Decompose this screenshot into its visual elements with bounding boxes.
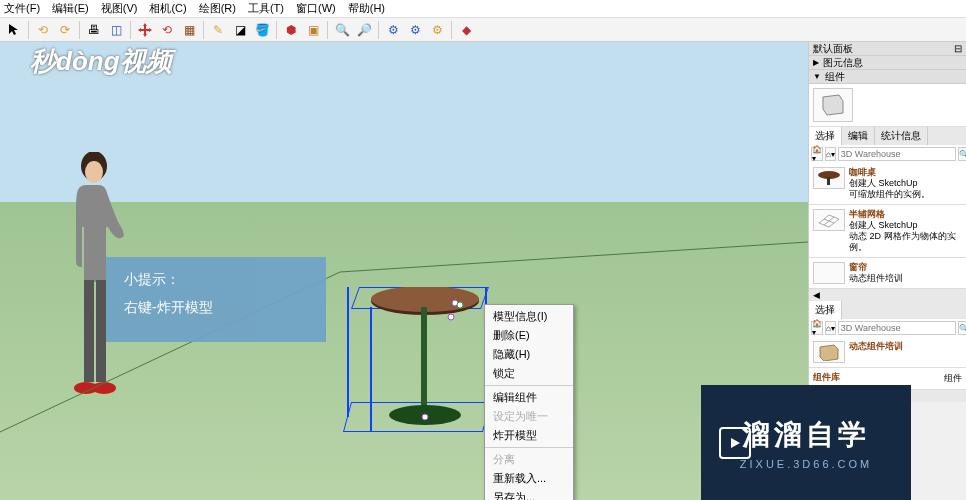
promo-url: ZIXUE.3D66.COM (740, 458, 872, 470)
menu-file[interactable]: 文件(F) (4, 1, 40, 16)
comp-name: 半辅网格 (849, 209, 962, 220)
nav-icon[interactable]: ⌂▾ (825, 147, 836, 161)
separator (378, 21, 379, 39)
ctx-hide[interactable]: 隐藏(H) (485, 345, 573, 364)
svg-point-14 (448, 314, 454, 320)
ctx-saveas[interactable]: 另存为... (485, 488, 573, 500)
separator (451, 21, 452, 39)
menu-camera[interactable]: 相机(C) (149, 1, 186, 16)
gear-icon[interactable]: ⚙ (383, 20, 403, 40)
watermark-logo: 秒dòng视频 (30, 44, 172, 79)
collapse-icon: ▼ (813, 72, 821, 81)
hint-title: 小提示： (124, 271, 308, 289)
3d-viewport[interactable]: 秒dòng视频 (0, 42, 808, 500)
thumb-curtain (813, 262, 845, 284)
component-item-3[interactable]: 窗帘 动态组件培训 (809, 258, 966, 289)
selected-table-model[interactable] (355, 287, 495, 427)
tab-edit[interactable]: 编辑 (842, 127, 875, 145)
paint-bucket-icon[interactable]: 🪣 (252, 20, 272, 40)
comp-name: 咖啡桌 (849, 167, 930, 178)
toolbar: ⟲ ⟳ 🖶 ◫ ⟲ ▦ ✎ ◪ 🪣 ⬢ ▣ 🔍 🔎 ⚙ ⚙ ⚙ ◆ (0, 18, 966, 42)
home-icon[interactable]: 🏠▾ (811, 147, 823, 161)
svg-line-7 (340, 242, 808, 272)
comp-author: 创建人 SketchUp (849, 178, 930, 189)
comp-desc: 可缩放组件的实例。 (849, 189, 930, 200)
ctx-reload[interactable]: 重新载入... (485, 469, 573, 488)
entity-info-header[interactable]: ▶图元信息 (809, 56, 966, 70)
promo-title: 溜溜自学 (742, 416, 870, 454)
search-input[interactable] (838, 147, 956, 161)
promo-overlay: 溜溜自学 ZIXUE.3D66.COM (701, 385, 911, 500)
comp-author: 创建人 SketchUp (849, 220, 962, 231)
eraser-tool-icon[interactable]: ◪ (230, 20, 250, 40)
settings-icon[interactable]: ⚙ (427, 20, 447, 40)
menu-window[interactable]: 窗口(W) (296, 1, 336, 16)
selection-tabs: 选择 (809, 301, 966, 319)
ctx-explode[interactable]: 炸开模型 (485, 426, 573, 445)
pencil-tool-icon[interactable]: ✎ (208, 20, 228, 40)
gear2-icon[interactable]: ⚙ (405, 20, 425, 40)
hint-overlay: 小提示： 右键-炸开模型 (106, 257, 326, 342)
comp-label: 组件 (944, 372, 962, 385)
ctx-model-info[interactable]: 模型信息(I) (485, 307, 573, 326)
separator (28, 21, 29, 39)
comp-name: 窗帘 (849, 262, 903, 273)
svg-rect-10 (421, 307, 427, 407)
menu-tools[interactable]: 工具(T) (248, 1, 284, 16)
component-item-4[interactable]: 动态组件培训 (809, 337, 966, 368)
tab-stats[interactable]: 统计信息 (875, 127, 928, 145)
menu-view[interactable]: 视图(V) (101, 1, 138, 16)
separator (276, 21, 277, 39)
viewport-area: 秒dòng视频 (0, 42, 808, 500)
ctx-edit-component[interactable]: 编辑组件 (485, 388, 573, 407)
nav-icon[interactable]: ⌂▾ (825, 321, 836, 335)
expand-icon: ▶ (813, 58, 819, 67)
tab-select-2[interactable]: 选择 (809, 301, 842, 319)
thumb-coffee-table (813, 167, 845, 189)
component-search-row: 🏠▾ ⌂▾ 🔍 (809, 145, 966, 163)
svg-point-15 (422, 414, 428, 420)
menu-edit[interactable]: 编辑(E) (52, 1, 89, 16)
print-icon[interactable]: 🖶 (84, 20, 104, 40)
search-icon[interactable]: 🔍 (958, 321, 966, 335)
component-item-2[interactable]: 半辅网格 创建人 SketchUp 动态 2D 网格作为物体的实例。 (809, 205, 966, 258)
redo-icon[interactable]: ⟳ (55, 20, 75, 40)
menu-draw[interactable]: 绘图(R) (199, 1, 236, 16)
menu-help[interactable]: 帮助(H) (348, 1, 385, 16)
components-header[interactable]: ▼组件 (809, 70, 966, 84)
separator (203, 21, 204, 39)
zoom-icon[interactable]: 🔍 (332, 20, 352, 40)
thumb-box (813, 341, 845, 363)
home-icon[interactable]: 🏠▾ (811, 321, 823, 335)
ruby-icon[interactable]: ◆ (456, 20, 476, 40)
component-icon[interactable]: ⬢ (281, 20, 301, 40)
svg-rect-17 (827, 177, 830, 185)
tab-select[interactable]: 选择 (809, 127, 842, 145)
group-icon[interactable]: ▣ (303, 20, 323, 40)
model-info-icon[interactable]: ◫ (106, 20, 126, 40)
component-item-1[interactable]: 咖啡桌 创建人 SketchUp 可缩放组件的实例。 (809, 163, 966, 205)
context-menu: 模型信息(I) 删除(E) 隐藏(H) 锁定 编辑组件 设定为唯一 炸开模型 分… (484, 304, 574, 500)
ctx-separate: 分离 (485, 450, 573, 469)
ctx-delete[interactable]: 删除(E) (485, 326, 573, 345)
ctx-make-unique: 设定为唯一 (485, 407, 573, 426)
component-tabs: 选择 编辑 统计信息 (809, 127, 966, 145)
separator (79, 21, 80, 39)
separator (327, 21, 328, 39)
scale-tool-icon[interactable]: ▦ (179, 20, 199, 40)
menu-bar: 文件(F) 编辑(E) 视图(V) 相机(C) 绘图(R) 工具(T) 窗口(W… (0, 0, 966, 18)
move-tool-icon[interactable] (135, 20, 155, 40)
comp-name: 动态组件培训 (849, 341, 903, 352)
ctx-lock[interactable]: 锁定 (485, 364, 573, 383)
select-tool-icon[interactable] (4, 20, 24, 40)
svg-point-13 (457, 302, 463, 308)
thumb-grid (813, 209, 845, 231)
search-row-2: 🏠▾ ⌂▾ 🔍 (809, 319, 966, 337)
rotate-tool-icon[interactable]: ⟲ (157, 20, 177, 40)
zoom-extents-icon[interactable]: 🔎 (354, 20, 374, 40)
comp-desc: 动态组件培训 (849, 273, 903, 284)
default-panel-header[interactable]: 默认面板⊟ (809, 42, 966, 56)
search-icon[interactable]: 🔍 (958, 147, 966, 161)
undo-icon[interactable]: ⟲ (33, 20, 53, 40)
search-input-2[interactable] (838, 321, 956, 335)
